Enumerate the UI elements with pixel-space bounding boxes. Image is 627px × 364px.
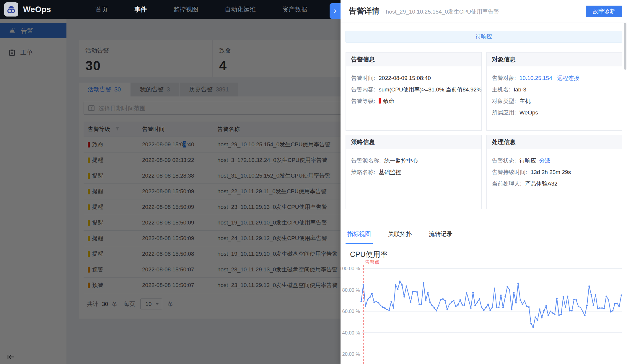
data-point — [382, 306, 383, 308]
data-point — [526, 306, 527, 307]
data-point — [543, 310, 545, 311]
data-point — [498, 307, 499, 308]
data-point — [597, 308, 598, 309]
card-body: 告警对象:10.10.25.154远程连接主机名:lab-3对象类型:主机所属应… — [487, 66, 622, 118]
data-point — [459, 299, 461, 301]
data-point — [500, 294, 502, 296]
fault-diagnosis-button[interactable]: 故障诊断 — [586, 6, 622, 17]
data-point — [367, 299, 368, 300]
card-title: 对象信息 — [487, 53, 622, 66]
data-point — [418, 304, 420, 305]
drawer-mask[interactable] — [0, 19, 341, 364]
data-point — [519, 299, 521, 301]
link-10.10.25.154[interactable]: 10.10.25.154 — [519, 75, 552, 81]
data-point — [477, 301, 478, 303]
data-point — [453, 300, 455, 301]
nav-item-资产数据[interactable]: 资产数据 — [282, 5, 307, 14]
data-point — [548, 315, 549, 316]
field-value: 统一监控中心 — [384, 158, 418, 164]
nav-menu: 首页事件监控视图自动化运维资产数据知识库 — [95, 5, 352, 14]
data-point — [550, 311, 551, 312]
y-tick-label: 100.00 % — [339, 266, 360, 271]
info-card-策略信息: 策略信息告警源名称:统一监控中心策略名称:基础监控 — [346, 135, 482, 209]
card-row: 对象类型:主机 — [492, 95, 617, 107]
field-label: 告警持续时间: — [492, 169, 527, 175]
data-point — [369, 297, 371, 298]
link-分派[interactable]: 分派 — [539, 158, 551, 164]
status-banner: 待响应 — [346, 31, 622, 42]
data-point — [524, 300, 525, 302]
cpu-usage-chart[interactable]: 100.00 %80.00 %60.00 %40.00 %20.00 %告警点 — [341, 259, 627, 364]
data-point — [571, 310, 573, 311]
field-label: 对象类型: — [492, 98, 516, 104]
card-row: 告警源名称:统一监控中心 — [351, 155, 476, 166]
data-point — [399, 281, 401, 282]
data-point — [556, 298, 558, 299]
link-远程连接[interactable]: 远程连接 — [557, 75, 579, 81]
card-body: 告警源名称:统一监控中心策略名称:基础监控 — [346, 149, 481, 178]
data-point — [504, 296, 506, 298]
field-value: 待响应 — [519, 158, 536, 164]
data-point — [466, 292, 467, 293]
drawer-collapse-button[interactable]: › — [330, 3, 341, 19]
data-point — [618, 306, 620, 307]
y-tick-label: 20.00 % — [342, 351, 360, 357]
data-point — [584, 315, 586, 316]
field-value: 13d 2h 25m 29s — [531, 169, 571, 175]
field-label: 告警内容: — [351, 86, 375, 93]
data-point — [481, 307, 482, 308]
data-point — [593, 305, 594, 306]
data-point — [371, 293, 373, 294]
y-tick-label: 40.00 % — [342, 330, 360, 335]
card-row: 告警状态:待响应分派 — [492, 155, 617, 166]
data-point — [489, 309, 491, 311]
drawer-scrollbar[interactable] — [624, 23, 626, 70]
data-point — [507, 286, 508, 287]
data-point — [468, 299, 470, 301]
drawer-tab-流转记录[interactable]: 流转记录 — [427, 228, 454, 244]
field-label: 所属应用: — [492, 109, 516, 116]
data-point — [436, 310, 437, 311]
nav-item-监控视图[interactable]: 监控视图 — [173, 5, 198, 14]
field-label: 策略名称: — [351, 169, 375, 175]
drawer-tabs: 指标视图关联拓扑流转记录 — [346, 228, 622, 244]
card-row: 当前处理人:产品体验A32 — [492, 178, 617, 189]
data-point — [397, 288, 398, 290]
drawer-tab-关联拓扑[interactable]: 关联拓扑 — [386, 228, 413, 244]
data-point — [414, 291, 416, 292]
y-tick-label: 60.00 % — [342, 309, 360, 314]
data-point — [537, 320, 538, 321]
data-point — [558, 314, 560, 316]
data-point — [573, 299, 575, 300]
data-point — [373, 301, 375, 303]
data-point — [440, 299, 442, 300]
data-point — [608, 299, 609, 300]
weops-logo-icon[interactable] — [4, 2, 18, 17]
data-point — [502, 307, 504, 308]
drawer-tab-指标视图[interactable]: 指标视图 — [346, 228, 373, 244]
data-point — [545, 305, 547, 307]
data-point — [599, 307, 601, 309]
data-point — [447, 309, 448, 310]
info-cards: 告警信息告警时间:2022-08-09 15:08:40告警内容:sum(CPU… — [346, 52, 622, 209]
data-point — [449, 304, 450, 305]
field-label: 告警等级: — [351, 98, 375, 104]
cpu-usage-line — [361, 281, 621, 327]
card-title: 处理信息 — [487, 135, 622, 149]
data-point — [530, 323, 532, 324]
data-point — [431, 305, 433, 306]
data-point — [554, 314, 556, 315]
data-point — [509, 289, 510, 291]
data-point — [386, 309, 388, 310]
drawer-subtitle: - host_29_10.10.25.154_0发生CPU使用率告警 — [382, 7, 499, 16]
data-point — [464, 305, 465, 306]
data-point — [492, 307, 493, 308]
nav-item-事件[interactable]: 事件 — [134, 5, 147, 14]
nav-item-首页[interactable]: 首页 — [95, 5, 108, 14]
data-point — [423, 282, 424, 284]
data-point — [395, 284, 396, 285]
data-point — [438, 305, 439, 306]
data-point — [363, 284, 364, 285]
data-point — [376, 301, 377, 302]
nav-item-自动化运维[interactable]: 自动化运维 — [225, 5, 256, 14]
